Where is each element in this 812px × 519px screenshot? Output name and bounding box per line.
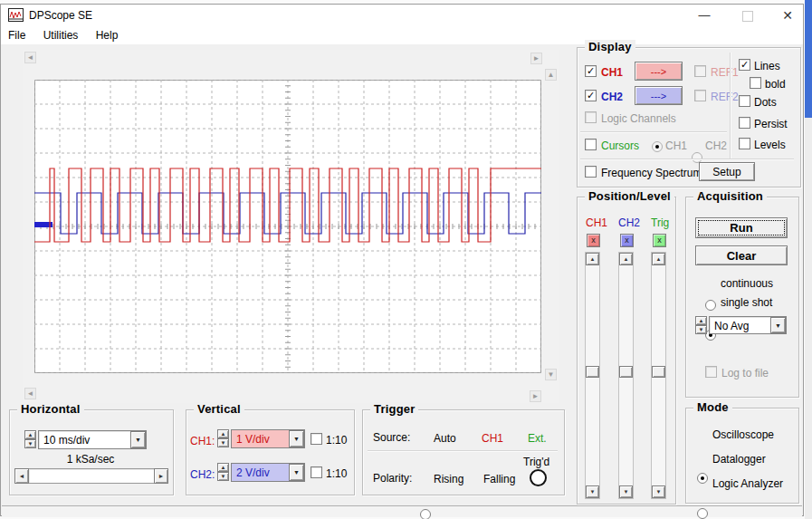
levels-checkbox[interactable] — [739, 138, 750, 149]
avg-spinner-up-icon[interactable]: ▲ — [695, 316, 707, 325]
ch1-scale-dropdown-icon[interactable]: ▼ — [289, 430, 304, 447]
ch2-to-ref2-button[interactable]: ---> — [635, 86, 683, 105]
run-button[interactable]: Run — [695, 217, 788, 238]
ch2-display-checkbox[interactable]: ✓ — [585, 90, 597, 101]
ch2-scale-select[interactable]: 2 V/div ▼ — [231, 463, 305, 482]
minimize-button[interactable]: — — [687, 5, 721, 26]
ch2-slider-down-icon[interactable]: ▼ — [619, 485, 633, 498]
timebase-select[interactable]: 10 ms/div ▼ — [38, 430, 147, 449]
ch2-scale-spinner[interactable]: ▲ ▼ — [217, 463, 229, 481]
trig-level-slider[interactable]: ▲ ▼ — [651, 252, 666, 499]
ref1-checkbox[interactable] — [694, 65, 706, 77]
position-ch2-label: CH2 — [618, 216, 640, 229]
mode-oscilloscope-radio[interactable] — [697, 473, 708, 484]
clear-button-label: Clear — [727, 249, 757, 263]
timebase-spinner[interactable]: ▲ ▼ — [24, 430, 36, 448]
ch1-to-ref1-button[interactable]: ---> — [635, 62, 683, 81]
trig-slider-thumb[interactable] — [652, 366, 665, 378]
avg-spinner-down-icon[interactable]: ▼ — [695, 325, 707, 334]
dots-checkbox[interactable] — [739, 95, 750, 107]
ch1-scale-value: 1 V/div — [232, 430, 289, 447]
ch1-scale-spinner-down-icon[interactable]: ▼ — [217, 438, 229, 447]
polarity-falling-label: Falling — [483, 473, 515, 485]
ch2-slider-up-icon[interactable]: ▲ — [619, 253, 633, 265]
cursors-checkbox[interactable] — [585, 139, 597, 150]
averaging-dropdown-icon[interactable]: ▼ — [770, 317, 786, 333]
averaging-value: No Avg — [710, 317, 770, 333]
averaging-select[interactable]: No Avg ▼ — [709, 316, 787, 334]
single-shot-label: single shot — [721, 296, 772, 309]
ch1-scale-spinner[interactable]: ▲ ▼ — [217, 429, 229, 447]
menu-file[interactable]: File — [1, 26, 33, 44]
persist-checkbox[interactable] — [739, 117, 750, 129]
close-button[interactable]: ✕ — [770, 5, 805, 26]
plot-scroll-left-top-icon[interactable]: ◄ — [24, 52, 36, 63]
cursors-label: Cursors — [601, 139, 639, 152]
plot-scroll-up-icon[interactable]: ▲ — [545, 69, 557, 81]
ch1-position-slider[interactable]: ▲ ▼ — [585, 252, 600, 499]
trigger-auto-radio[interactable] — [420, 509, 431, 519]
ch2-scale-spinner-down-icon[interactable]: ▼ — [217, 472, 229, 481]
ch2-scale-dropdown-icon[interactable]: ▼ — [289, 464, 304, 481]
clear-button[interactable]: Clear — [695, 245, 788, 265]
vertical-panel: Vertical — [186, 409, 355, 495]
trigd-indicator — [530, 469, 547, 486]
mode-datalogger-label: Datalogger — [712, 453, 766, 466]
continuous-radio[interactable] — [705, 300, 716, 311]
ch1-slider-down-icon[interactable]: ▼ — [586, 485, 599, 498]
ch2-probe-checkbox[interactable] — [310, 466, 322, 478]
bold-label: bold — [765, 78, 786, 91]
scrollbar-right-icon[interactable]: ► — [154, 468, 168, 484]
plot-scroll-right-bottom-icon[interactable]: ► — [530, 390, 541, 402]
continuous-label: continuous — [721, 277, 773, 290]
plot-scroll-left-bottom-icon[interactable]: ◄ — [24, 388, 36, 399]
log-to-file-checkbox[interactable] — [705, 366, 717, 378]
trigger-separator — [368, 450, 558, 451]
setup-button[interactable]: Setup — [699, 162, 755, 181]
scrollbar-left-icon[interactable]: ◄ — [14, 468, 29, 484]
menu-utilities[interactable]: Utilities — [36, 26, 86, 44]
maximize-button[interactable] — [731, 5, 765, 26]
trig-level-reset-button[interactable]: x — [653, 234, 666, 247]
position-ch1-label: CH1 — [586, 216, 607, 229]
lines-checkbox[interactable]: ✓ — [739, 59, 750, 71]
cursor-ch1-radio[interactable] — [652, 141, 663, 152]
ch1-display-label: CH1 — [601, 66, 623, 79]
logic-channels-checkbox[interactable] — [585, 111, 597, 123]
ch1-slider-up-icon[interactable]: ▲ — [586, 253, 599, 265]
polarity-rising-label: Rising — [434, 473, 463, 485]
ch2-slider-thumb[interactable] — [619, 366, 633, 378]
trig-slider-down-icon[interactable]: ▼ — [652, 485, 665, 498]
scrollbar-track[interactable] — [29, 468, 154, 484]
timebase-spinner-down-icon[interactable]: ▼ — [24, 439, 36, 448]
timebase-spinner-up-icon[interactable]: ▲ — [24, 430, 36, 439]
ref2-label: REF2 — [711, 91, 739, 103]
run-button-label: Run — [730, 221, 752, 235]
trig-slider-up-icon[interactable]: ▲ — [652, 253, 665, 265]
maximize-icon — [742, 11, 753, 22]
horizontal-offset-scrollbar[interactable]: ◄ ► — [14, 468, 168, 484]
ref2-checkbox[interactable] — [694, 90, 706, 101]
frequency-spectrum-checkbox[interactable] — [585, 166, 597, 178]
ch1-probe-checkbox[interactable] — [310, 433, 322, 445]
ch1-slider-thumb[interactable] — [586, 366, 599, 378]
ch2-scale-spinner-up-icon[interactable]: ▲ — [217, 463, 229, 472]
bold-checkbox[interactable] — [750, 77, 761, 89]
avg-spinner[interactable]: ▲ ▼ — [695, 316, 707, 334]
dots-label: Dots — [754, 96, 777, 109]
desktop-background-sliver-lower — [805, 118, 812, 519]
ch2-position-slider[interactable]: ▲ ▼ — [618, 252, 634, 499]
mode-datalogger-radio[interactable] — [697, 508, 708, 519]
timebase-value: 10 ms/div — [39, 431, 130, 448]
ch2-position-reset-button[interactable]: x — [620, 234, 634, 247]
ch1-position-reset-button[interactable]: x — [587, 234, 600, 247]
plot-scroll-right-top-icon[interactable]: ► — [530, 53, 542, 64]
menu-help[interactable]: Help — [89, 26, 126, 44]
timebase-dropdown-icon[interactable]: ▼ — [130, 431, 146, 448]
ch1-display-checkbox[interactable]: ✓ — [585, 65, 597, 77]
vertical-ch1-label: CH1: — [190, 435, 215, 447]
ch1-scale-select[interactable]: 1 V/div ▼ — [231, 429, 305, 448]
levels-label: Levels — [754, 139, 786, 151]
ch1-scale-spinner-up-icon[interactable]: ▲ — [217, 429, 229, 438]
plot-scroll-down-icon[interactable]: ▼ — [545, 369, 557, 380]
